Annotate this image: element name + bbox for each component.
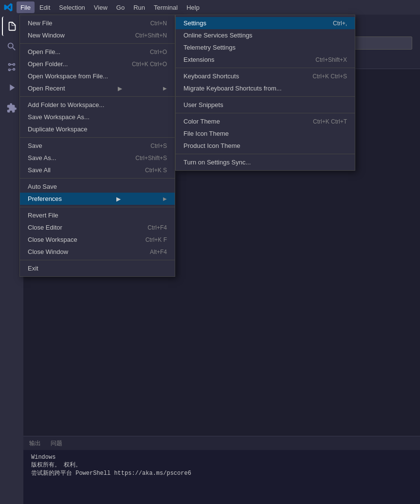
separator-5 — [20, 207, 175, 207]
prefs-color-theme[interactable]: Color Theme Ctrl+K Ctrl+T — [176, 115, 355, 127]
close-editor-label: Close Editor — [28, 224, 62, 231]
terminal-tab-output[interactable]: 输出 — [27, 438, 43, 449]
prefs-file-icon-label: File Icon Theme — [183, 130, 229, 137]
prefs-telemetry[interactable]: Telemetry Settings — [176, 41, 355, 54]
prefs-sep-3 — [176, 113, 355, 113]
prefs-keyboard-label: Keyboard Shortcuts — [183, 72, 239, 80]
menu-selection[interactable]: Selection — [55, 1, 89, 13]
separator-6 — [20, 260, 175, 260]
prefs-extensions-right: Ctrl+Shift+X — [315, 56, 347, 63]
close-editor-shortcut: Ctrl+F4 — [147, 224, 167, 231]
new-file-label: New File — [28, 19, 53, 27]
new-window-shortcut: Ctrl+Shift+N — [135, 32, 167, 39]
menu-auto-save[interactable]: Auto Save — [20, 180, 175, 193]
prefs-snippets-label: User Snippets — [183, 101, 223, 108]
menu-file[interactable]: File — [17, 1, 35, 13]
separator-3 — [20, 137, 175, 138]
prefs-product-icon-theme[interactable]: Product Icon Theme — [176, 140, 355, 152]
menu-bar: File Edit Selection View Go Run Terminal… — [0, 0, 420, 15]
open-workspace-label: Open Workspace from File... — [28, 72, 108, 80]
terminal-panel: 输出 问题 Windows 版权所有。 权利。 尝试新的跨平台 PowerShe… — [23, 436, 420, 504]
preferences-label: Preferences — [28, 195, 62, 202]
menu-exit[interactable]: Exit — [20, 262, 175, 274]
prefs-color-theme-shortcut: Ctrl+K Ctrl+T — [313, 118, 347, 125]
save-all-shortcut: Ctrl+K S — [145, 167, 167, 174]
prefs-color-theme-label: Color Theme — [183, 118, 220, 125]
prefs-sync-label: Turn on Settings Sync... — [183, 159, 251, 166]
prefs-extensions-label: Extensions — [183, 56, 215, 63]
save-label: Save — [28, 142, 42, 149]
activity-source-control-icon[interactable] — [2, 57, 21, 77]
prefs-sep-1 — [176, 68, 355, 68]
menu-help[interactable]: Help — [183, 1, 203, 13]
open-file-shortcut: Ctrl+O — [150, 49, 167, 55]
terminal-tab-bar: 输出 问题 — [23, 436, 420, 450]
menu-duplicate-workspace[interactable]: Duplicate Workspace — [20, 123, 175, 135]
close-workspace-label: Close Workspace — [28, 236, 77, 243]
terminal-line-1: Windows — [31, 454, 412, 461]
terminal-content: Windows 版权所有。 权利。 尝试新的跨平台 PowerShell htt… — [23, 450, 420, 481]
menu-save-as[interactable]: Save As... Ctrl+Shift+S — [20, 152, 175, 164]
save-as-shortcut: Ctrl+Shift+S — [135, 155, 167, 162]
menu-save[interactable]: Save Ctrl+S — [20, 140, 175, 152]
open-recent-arrow: ▶ — [118, 85, 122, 92]
menu-revert-file[interactable]: Revert File — [20, 209, 175, 221]
prefs-settings[interactable]: Settings Ctrl+, — [176, 17, 355, 29]
menu-preferences[interactable]: Preferences ▶ — [20, 193, 175, 205]
menu-close-workspace[interactable]: Close Workspace Ctrl+K F — [20, 234, 175, 246]
menu-open-file[interactable]: Open File... Ctrl+O — [20, 46, 175, 58]
prefs-file-icon-theme[interactable]: File Icon Theme — [176, 127, 355, 140]
auto-save-label: Auto Save — [28, 183, 57, 190]
menu-save-all[interactable]: Save All Ctrl+K S — [20, 164, 175, 176]
exit-label: Exit — [28, 265, 38, 272]
prefs-online-label: Online Services Settings — [183, 32, 253, 39]
prefs-keyboard-shortcut: Ctrl+K Ctrl+S — [312, 73, 347, 80]
prefs-extensions-shortcut: Ctrl+Shift+X — [315, 56, 347, 63]
menu-close-window[interactable]: Close Window Alt+F4 — [20, 246, 175, 258]
terminal-tab-problems[interactable]: 问题 — [49, 438, 64, 449]
prefs-migrate-keyboard[interactable]: Migrate Keyboard Shortcuts from... — [176, 82, 355, 94]
prefs-extensions[interactable]: Extensions Ctrl+Shift+X — [176, 54, 355, 66]
menu-view[interactable]: View — [90, 1, 111, 13]
prefs-color-theme-right: Ctrl+K Ctrl+T — [313, 118, 347, 125]
preferences-arrow: ▶ — [116, 196, 121, 202]
save-workspace-as-label: Save Workspace As... — [28, 113, 90, 121]
prefs-user-snippets[interactable]: User Snippets — [176, 99, 355, 111]
prefs-migrate-label: Migrate Keyboard Shortcuts from... — [183, 85, 282, 92]
prefs-product-icon-label: Product Icon Theme — [183, 142, 240, 149]
menu-open-recent[interactable]: Open Recent ▶ — [20, 82, 175, 94]
activity-run-icon[interactable] — [2, 78, 21, 97]
prefs-settings-sync[interactable]: Turn on Settings Sync... — [176, 156, 355, 168]
menu-new-file[interactable]: New File Ctrl+N — [20, 17, 175, 29]
menu-save-workspace-as[interactable]: Save Workspace As... — [20, 111, 175, 123]
new-file-shortcut: Ctrl+N — [150, 20, 167, 27]
open-file-label: Open File... — [28, 48, 60, 55]
menu-go[interactable]: Go — [112, 1, 128, 13]
menu-terminal[interactable]: Terminal — [150, 1, 182, 13]
save-all-label: Save All — [28, 166, 51, 174]
menu-open-workspace[interactable]: Open Workspace from File... — [20, 70, 175, 82]
prefs-settings-label: Settings — [183, 19, 206, 27]
save-as-label: Save As... — [28, 154, 56, 162]
menu-new-window[interactable]: New Window Ctrl+Shift+N — [20, 29, 175, 41]
prefs-keyboard[interactable]: Keyboard Shortcuts Ctrl+K Ctrl+S — [176, 70, 355, 82]
prefs-online-services[interactable]: Online Services Settings — [176, 29, 355, 41]
menu-add-folder[interactable]: Add Folder to Workspace... — [20, 99, 175, 111]
prefs-sep-2 — [176, 96, 355, 97]
menu-close-editor[interactable]: Close Editor Ctrl+F4 — [20, 221, 175, 234]
prefs-keyboard-right: Ctrl+K Ctrl+S — [312, 73, 347, 80]
menu-edit[interactable]: Edit — [36, 1, 54, 13]
activity-extensions-icon[interactable] — [2, 98, 21, 118]
vscode-logo-icon — [3, 2, 14, 13]
activity-search-icon[interactable] — [2, 37, 21, 56]
separator-1 — [20, 43, 175, 44]
menu-run[interactable]: Run — [129, 1, 149, 13]
menu-open-folder[interactable]: Open Folder... Ctrl+K Ctrl+O — [20, 58, 175, 70]
duplicate-workspace-label: Duplicate Workspace — [28, 126, 88, 133]
open-recent-label: Open Recent — [28, 85, 65, 92]
revert-file-label: Revert File — [28, 212, 58, 219]
file-menu-dropdown: New File Ctrl+N New Window Ctrl+Shift+N … — [19, 15, 175, 277]
activity-files-icon[interactable] — [2, 17, 21, 36]
terminal-line-3: 尝试新的跨平台 PowerShell https://aka.ms/pscore… — [31, 469, 412, 477]
close-workspace-shortcut: Ctrl+K F — [146, 236, 167, 243]
